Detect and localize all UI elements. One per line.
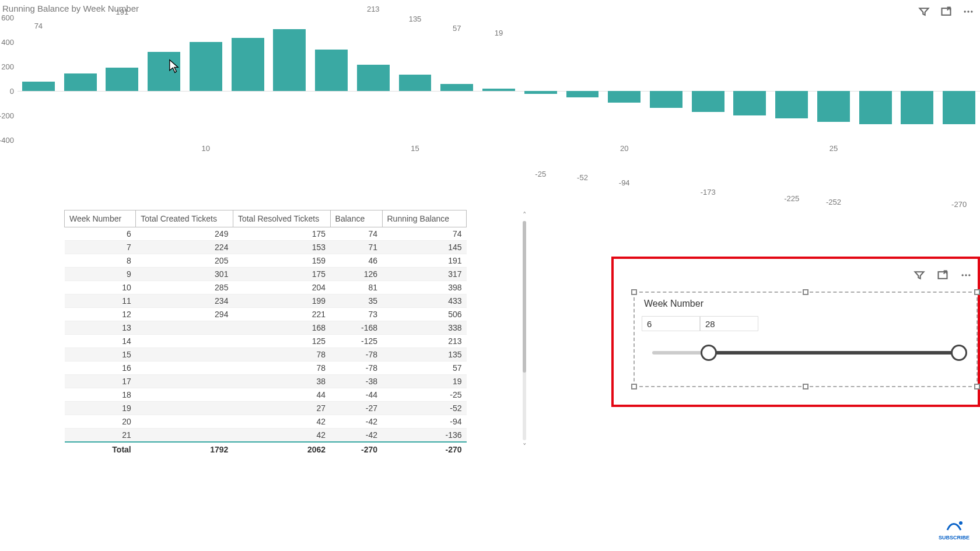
cell	[136, 321, 233, 335]
cell: 213	[382, 335, 467, 348]
bar-week-26[interactable]	[859, 91, 892, 124]
column-header[interactable]: Week Number	[65, 210, 136, 227]
resize-handle[interactable]	[974, 384, 980, 389]
bar-week-9[interactable]: 317	[148, 52, 180, 91]
bar-week-28[interactable]: -270	[943, 91, 975, 124]
bar-week-6[interactable]: 74	[22, 82, 55, 91]
cell: 27	[233, 402, 330, 415]
bar-label: 74	[34, 22, 43, 30]
cell: -38	[330, 375, 382, 388]
table-row[interactable]: 13168-168338	[65, 321, 467, 335]
bar-week-25[interactable]: -252	[817, 91, 850, 122]
bar-week-23[interactable]	[733, 91, 766, 115]
week-number-slicer[interactable]: Week Number	[634, 292, 978, 387]
table-scrollbar[interactable]: ˄ ˅	[520, 211, 528, 450]
bar-week-8[interactable]: 191	[106, 68, 138, 91]
table-row[interactable]: 820515946191	[65, 254, 467, 268]
table-row[interactable]: 1844-44-25	[65, 388, 467, 402]
more-options-icon[interactable]	[960, 269, 972, 281]
slider-handle-min[interactable]	[701, 345, 717, 361]
slicer-max-input[interactable]	[700, 316, 758, 331]
scroll-up-icon[interactable]: ˄	[523, 211, 527, 219]
resize-handle[interactable]	[803, 289, 808, 295]
resize-handle[interactable]	[631, 289, 637, 295]
focus-mode-icon[interactable]	[937, 269, 949, 281]
bar-week-14[interactable]: 213	[357, 65, 390, 91]
table-row[interactable]: 1578-78135	[65, 348, 467, 362]
bar-week-11[interactable]: 433	[232, 38, 264, 91]
cell: -125	[330, 335, 382, 348]
cell: 57	[382, 362, 467, 375]
slicer-min-input[interactable]	[642, 316, 700, 331]
cell: -42	[330, 415, 382, 429]
table-row[interactable]: 2142-42-136	[65, 429, 467, 443]
table-row[interactable]: 62491757474	[65, 227, 467, 241]
bar-week-7[interactable]	[64, 73, 97, 91]
table-row[interactable]: 1028520481398	[65, 281, 467, 294]
filter-icon[interactable]	[914, 269, 925, 281]
cell: -44	[330, 388, 382, 402]
svg-point-3	[971, 10, 972, 12]
cell: 73	[330, 308, 382, 321]
slider-handle-max[interactable]	[951, 345, 967, 361]
cell: -94	[382, 415, 467, 429]
bar-week-12[interactable]: 506	[273, 29, 306, 91]
table-row[interactable]: 2042-42-94	[65, 415, 467, 429]
table-row[interactable]: 1123419935433	[65, 294, 467, 308]
y-axis-ticks: -400-2000200400600	[0, 17, 16, 140]
bar-week-24[interactable]: -225	[775, 91, 808, 118]
cell: -27	[330, 402, 382, 415]
cell: 71	[330, 241, 382, 254]
bar-week-27[interactable]	[901, 91, 933, 124]
table-row[interactable]: 1927-27-52	[65, 402, 467, 415]
cell: 204	[233, 281, 330, 294]
slider-fill	[709, 351, 959, 355]
scroll-down-icon[interactable]: ˅	[523, 443, 527, 450]
total-cell: -270	[382, 442, 467, 457]
bar-week-19[interactable]: -52	[566, 91, 599, 97]
cell: 125	[233, 335, 330, 348]
table-row[interactable]: 1678-7857	[65, 362, 467, 375]
cell: 81	[330, 281, 382, 294]
bar-week-16[interactable]: 57	[440, 84, 473, 91]
tickets-table[interactable]: Week NumberTotal Created TicketsTotal Re…	[64, 210, 473, 457]
column-header[interactable]: Total Resolved Tickets	[233, 210, 330, 227]
filter-icon[interactable]	[918, 6, 930, 17]
more-options-icon[interactable]	[963, 6, 974, 17]
bar-week-17[interactable]: 19	[482, 89, 515, 91]
cell: 10	[65, 281, 136, 294]
bar-week-10[interactable]	[190, 42, 222, 91]
cell: 205	[136, 254, 233, 268]
table-row[interactable]: 1229422173506	[65, 308, 467, 321]
focus-mode-icon[interactable]	[940, 6, 952, 17]
resize-handle[interactable]	[974, 289, 980, 295]
cell: 191	[382, 254, 467, 268]
cell: 168	[233, 321, 330, 335]
running-balance-bar-chart[interactable]: Running Balance by Week Number -400-2000…	[0, 0, 980, 157]
bar-label: -94	[619, 178, 630, 187]
table-row[interactable]: 1738-3819	[65, 375, 467, 388]
slider-rail[interactable]	[652, 351, 959, 355]
column-header[interactable]: Total Created Tickets	[136, 210, 233, 227]
cell: -42	[330, 429, 382, 443]
table-row[interactable]: 722415371145	[65, 241, 467, 254]
bar-week-20[interactable]: -94	[608, 91, 640, 103]
column-header[interactable]: Balance	[330, 210, 382, 227]
cell: 153	[233, 241, 330, 254]
bar-label: -52	[577, 173, 588, 182]
table-row[interactable]: 14125-125213	[65, 335, 467, 348]
resize-handle[interactable]	[803, 384, 808, 389]
bar-label: -25	[535, 170, 546, 178]
bar-week-18[interactable]: -25	[524, 91, 557, 94]
bars-area[interactable]: 741913174335063382131355719-25-52-94-173…	[18, 17, 980, 140]
cell: 78	[233, 362, 330, 375]
bar-week-13[interactable]: 338	[315, 50, 348, 91]
cell: 135	[382, 348, 467, 362]
bar-week-15[interactable]: 135	[399, 75, 432, 91]
column-header[interactable]: Running Balance	[382, 210, 467, 227]
resize-handle[interactable]	[631, 384, 637, 389]
table-row[interactable]: 9301175126317	[65, 268, 467, 281]
subscribe-brand[interactable]: SUBSCRIBE	[939, 519, 970, 541]
bar-week-21[interactable]	[650, 91, 682, 108]
bar-week-22[interactable]: -173	[692, 91, 724, 112]
